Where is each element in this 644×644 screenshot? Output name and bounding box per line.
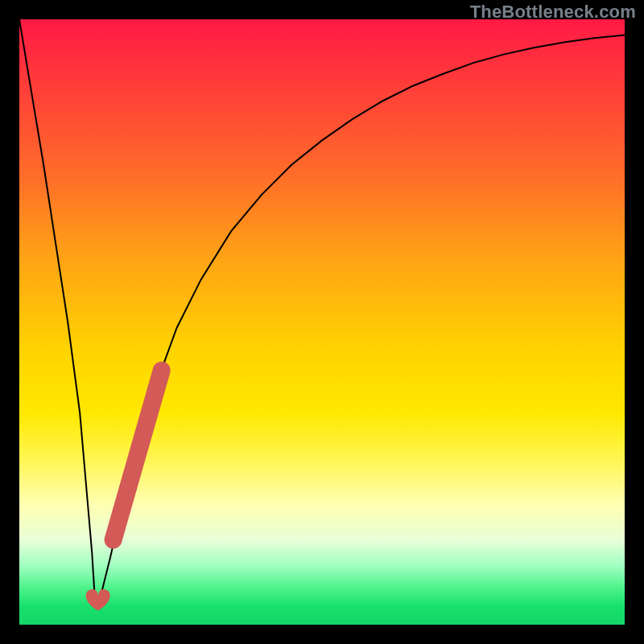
chart-overlay — [19, 19, 625, 625]
heart-marker — [86, 589, 110, 611]
highlight-band — [114, 370, 162, 540]
chart-frame: TheBottleneck.com — [0, 0, 644, 644]
watermark-text: TheBottleneck.com — [470, 2, 636, 23]
